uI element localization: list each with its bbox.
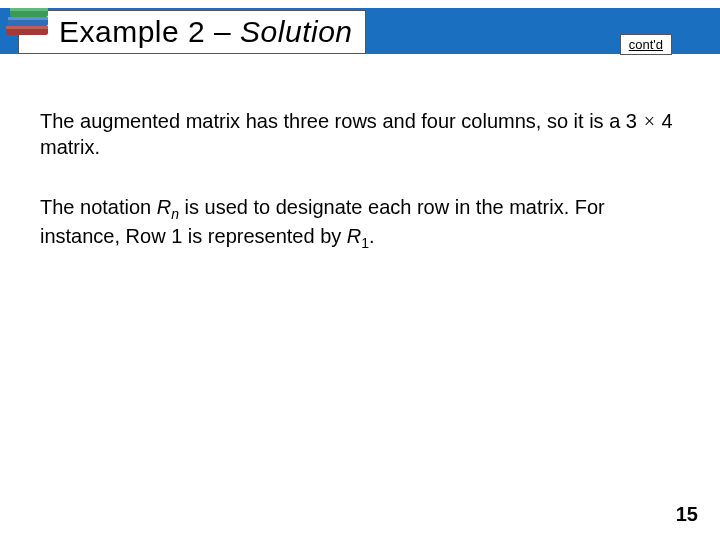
title-plain: Example 2 – (59, 15, 240, 48)
paragraph-1: The augmented matrix has three rows and … (40, 108, 680, 160)
svg-rect-5 (10, 8, 48, 11)
page-number: 15 (676, 503, 698, 526)
paragraph-2: The notation Rn is used to designate eac… (40, 194, 680, 252)
slide-body: The augmented matrix has three rows and … (0, 62, 720, 252)
slide-title-box: Example 2 – Solution (18, 10, 366, 54)
books-icon (2, 0, 54, 48)
multiply-symbol: × (643, 110, 657, 132)
svg-rect-1 (6, 26, 48, 29)
p2-part-a: The notation (40, 196, 157, 218)
p2-sub-n: n (171, 206, 179, 222)
title-italic: Solution (240, 15, 352, 48)
svg-rect-3 (8, 17, 48, 20)
p1-part-a: The augmented matrix has three rows and … (40, 110, 643, 132)
p2-sub-1: 1 (361, 235, 369, 251)
slide-title: Example 2 – Solution (59, 15, 353, 49)
continued-badge: cont'd (620, 34, 672, 55)
p2-R: R (157, 196, 171, 218)
slide-header: Example 2 – Solution cont'd (0, 0, 720, 62)
p2-part-c: . (369, 225, 375, 247)
p2-R-second: R (347, 225, 361, 247)
